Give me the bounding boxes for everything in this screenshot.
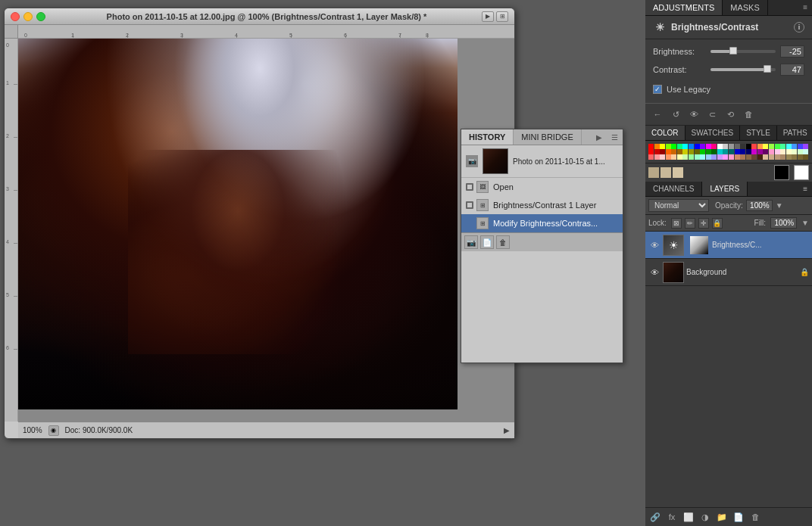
status-icon1[interactable]: ◉	[48, 425, 59, 436]
swatch-30[interactable]	[660, 149, 665, 154]
swatch-48[interactable]	[763, 149, 768, 154]
swatch-49[interactable]	[769, 149, 774, 154]
history-snapshot[interactable]: 📷 Photo on 2011-10-15 at 1...	[461, 145, 623, 178]
swatch-29[interactable]	[654, 149, 660, 154]
layer-link-icon[interactable]: 🔗	[648, 510, 662, 524]
tab-paths[interactable]: PATHS	[777, 126, 812, 140]
minimize-button[interactable]	[23, 12, 33, 21]
history-item-bc1[interactable]: ⊞ Brightness/Contrast 1 Layer	[461, 196, 623, 214]
swatch-light-tan[interactable]	[661, 167, 671, 178]
swatch-50[interactable]	[775, 149, 780, 154]
layer-brightness-contrast[interactable]: 👁 ☀ Brightness/C...	[645, 232, 812, 259]
swatch-62[interactable]	[682, 154, 688, 160]
swatch-20[interactable]	[763, 144, 768, 149]
swatch-81[interactable]	[792, 154, 797, 160]
adj-expand-icon[interactable]: ≡	[798, 0, 812, 15]
swatch-6[interactable]	[682, 144, 688, 149]
swatch-0[interactable]	[648, 144, 654, 149]
swatch-33[interactable]	[677, 149, 682, 154]
swatch-63[interactable]	[689, 154, 694, 160]
adj-delete-icon[interactable]: 🗑	[741, 107, 756, 122]
adj-clip-icon[interactable]: ⊂	[704, 107, 720, 122]
swatch-pale[interactable]	[673, 167, 683, 178]
swatch-46[interactable]	[751, 149, 757, 154]
swatch-32[interactable]	[671, 149, 676, 154]
swatch-83[interactable]	[803, 154, 808, 160]
layer-delete-icon[interactable]: 🗑	[748, 510, 762, 524]
swatch-36[interactable]	[695, 149, 700, 154]
tab-layers[interactable]: LAYERS	[702, 182, 748, 196]
brightness-value[interactable]: -25	[780, 45, 804, 58]
layer-fx-icon[interactable]: fx	[665, 510, 679, 524]
blend-mode-select[interactable]: Normal	[648, 199, 709, 212]
wc-icon2[interactable]: ⊞	[496, 11, 508, 22]
swatch-23[interactable]	[780, 144, 785, 149]
swatch-76[interactable]	[763, 154, 768, 160]
layer-visibility-1[interactable]: 👁	[648, 268, 661, 277]
use-legacy-checkbox[interactable]: ✓	[653, 85, 662, 94]
swatch-73[interactable]	[746, 154, 751, 160]
swatch-37[interactable]	[700, 149, 705, 154]
history-menu-icon[interactable]: ☰	[607, 130, 623, 145]
swatch-65[interactable]	[700, 154, 705, 160]
layer-visibility-0[interactable]: 👁	[648, 241, 661, 250]
layer-adj-icon[interactable]: ◑	[698, 510, 712, 524]
swatch-9[interactable]	[700, 144, 705, 149]
tab-style[interactable]: STYLE	[740, 126, 777, 140]
tab-masks[interactable]: MASKS	[723, 0, 768, 15]
swatch-58[interactable]	[660, 154, 665, 160]
history-item-open[interactable]: 🖼 Open	[461, 178, 623, 196]
swatch-38[interactable]	[706, 149, 711, 154]
swatch-82[interactable]	[798, 154, 803, 160]
tab-channels[interactable]: CHANNELS	[645, 182, 702, 196]
history-item-modify[interactable]: ⊞ Modify Brightness/Contras...	[461, 214, 623, 232]
swatch-61[interactable]	[677, 154, 682, 160]
swatch-19[interactable]	[757, 144, 763, 149]
swatch-17[interactable]	[746, 144, 751, 149]
swatch-51[interactable]	[780, 149, 785, 154]
swatch-2[interactable]	[660, 144, 665, 149]
swatch-72[interactable]	[740, 154, 745, 160]
maximize-button[interactable]	[36, 12, 45, 21]
swatch-27[interactable]	[803, 144, 808, 149]
contrast-slider[interactable]	[710, 68, 776, 71]
swatch-56[interactable]	[648, 154, 654, 160]
history-delete[interactable]: 🗑	[496, 235, 510, 249]
swatch-80[interactable]	[786, 154, 792, 160]
history-new-snapshot[interactable]: 📷	[464, 235, 478, 249]
lock-move-icon[interactable]: ✛	[698, 218, 709, 229]
swatch-21[interactable]	[769, 144, 774, 149]
swatch-69[interactable]	[723, 154, 728, 160]
layer-group-icon[interactable]: 📁	[715, 510, 729, 524]
swatch-10[interactable]	[706, 144, 711, 149]
swatch-45[interactable]	[746, 149, 751, 154]
swatch-18[interactable]	[751, 144, 757, 149]
brightness-slider-thumb[interactable]	[729, 47, 737, 54]
use-legacy-row[interactable]: ✓ Use Legacy	[653, 82, 804, 97]
layers-menu-icon[interactable]: ≡	[798, 182, 812, 196]
swatch-14[interactable]	[729, 144, 734, 149]
swatch-12[interactable]	[717, 144, 723, 149]
swatch-tan[interactable]	[648, 167, 659, 178]
swatch-78[interactable]	[775, 154, 780, 160]
contrast-slider-thumb[interactable]	[764, 65, 771, 73]
swatch-43[interactable]	[735, 149, 740, 154]
swatch-59[interactable]	[666, 154, 671, 160]
background-color[interactable]	[794, 165, 809, 180]
swatch-53[interactable]	[792, 149, 797, 154]
swatch-24[interactable]	[786, 144, 792, 149]
history-arrow-icon[interactable]: ▶	[592, 130, 607, 145]
swatch-41[interactable]	[723, 149, 728, 154]
adj-auto-icon[interactable]: ⟲	[723, 107, 738, 122]
swatch-22[interactable]	[775, 144, 780, 149]
fill-arrow[interactable]: ▼	[801, 219, 809, 227]
history-new-doc[interactable]: 📄	[480, 235, 494, 249]
swatch-39[interactable]	[711, 149, 717, 154]
swatch-64[interactable]	[695, 154, 700, 160]
adj-eye-icon[interactable]: 👁	[686, 107, 701, 122]
swatch-5[interactable]	[677, 144, 682, 149]
foreground-color[interactable]	[774, 165, 789, 180]
lock-transparent-icon[interactable]: ⊠	[671, 218, 682, 229]
tab-history[interactable]: HISTORY	[461, 129, 514, 145]
swatch-68[interactable]	[717, 154, 723, 160]
